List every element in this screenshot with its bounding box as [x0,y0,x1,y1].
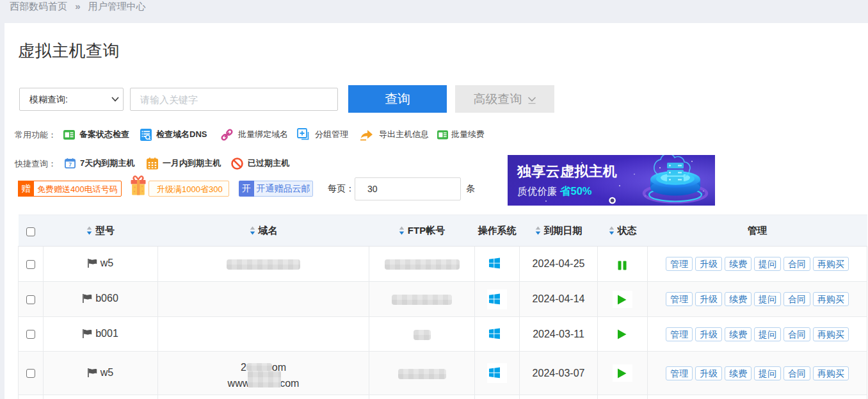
svg-text:质优价廉: 质优价廉 [517,186,557,197]
svg-text:省50%: 省50% [559,185,592,197]
svg-text:独享云虚拟主机: 独享云虚拟主机 [517,163,617,179]
svg-text:7: 7 [68,161,72,168]
